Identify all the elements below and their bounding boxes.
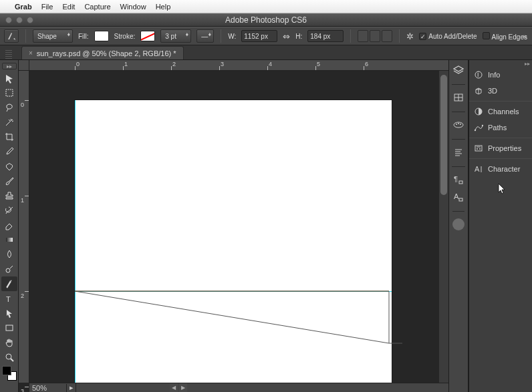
svg-text:i: i bbox=[477, 70, 479, 78]
channels-panel[interactable]: Channels bbox=[469, 104, 532, 120]
magic-wand-tool[interactable] bbox=[1, 115, 17, 130]
path-arrange-button[interactable] bbox=[382, 30, 392, 42]
crop-tool[interactable] bbox=[1, 130, 17, 144]
window-title: Adobe Photoshop CS6 bbox=[0, 15, 532, 25]
tool-preset-picker[interactable] bbox=[4, 29, 19, 43]
ruler-tick bbox=[219, 60, 220, 70]
adjustments-icon[interactable] bbox=[452, 91, 465, 104]
character-styles-icon[interactable]: A bbox=[452, 191, 465, 203]
menu-file[interactable]: File bbox=[41, 3, 53, 11]
menu-capture[interactable]: Capture bbox=[84, 3, 110, 11]
hand-tool[interactable] bbox=[1, 335, 17, 350]
clone-stamp-tool[interactable] bbox=[1, 188, 17, 203]
menu-window[interactable]: Window bbox=[120, 3, 146, 11]
horizontal-ruler[interactable] bbox=[29, 60, 448, 71]
menu-edit[interactable]: Edit bbox=[62, 3, 75, 11]
panel-label: 3D bbox=[488, 87, 497, 95]
document-viewport[interactable] bbox=[29, 71, 448, 383]
hscroll-right-arrow-icon[interactable]: ▶ bbox=[179, 383, 187, 392]
link-dimensions-icon[interactable]: ⇔ bbox=[283, 31, 290, 41]
app-menu[interactable]: Grab bbox=[15, 3, 32, 11]
svg-rect-22 bbox=[459, 198, 462, 201]
brush-tool[interactable] bbox=[1, 174, 17, 188]
status-menu-icon[interactable]: ▸ bbox=[67, 383, 76, 392]
path-align-button[interactable] bbox=[370, 30, 380, 42]
tools-collapse-icon[interactable]: ▸▸ bbox=[2, 63, 17, 69]
svg-rect-1 bbox=[6, 238, 13, 242]
move-tool[interactable] bbox=[1, 71, 17, 85]
color-icon[interactable] bbox=[452, 218, 464, 230]
options-overflow-icon[interactable]: » bbox=[521, 29, 528, 43]
options-bar: Shape Fill: Stroke: 3 pt — W: ⇔ H: ✲ ✓Au… bbox=[0, 27, 532, 45]
dodge-tool[interactable] bbox=[1, 262, 17, 276]
stroke-width-input[interactable]: 3 pt bbox=[160, 29, 191, 43]
lasso-tool[interactable] bbox=[1, 100, 17, 115]
foreground-color-swatch[interactable] bbox=[2, 366, 11, 375]
collapsed-panel-dock: ¶ A bbox=[448, 60, 469, 392]
svg-line-3 bbox=[10, 266, 13, 268]
marquee-tool[interactable] bbox=[1, 85, 17, 100]
3d-panel[interactable]: 3D bbox=[469, 83, 532, 99]
document-tab[interactable]: × sun_rays.psd @ 50% (Shape 2, RGB/16) * bbox=[21, 46, 184, 59]
blur-tool[interactable] bbox=[1, 247, 17, 262]
type-tool[interactable]: T bbox=[1, 291, 17, 306]
properties-panel[interactable]: Properties bbox=[469, 140, 532, 156]
svg-point-27 bbox=[482, 125, 483, 126]
panel-label: Channels bbox=[488, 108, 519, 116]
eyedropper-tool[interactable] bbox=[1, 144, 17, 159]
ruler-origin[interactable] bbox=[19, 60, 29, 71]
zoom-tool[interactable] bbox=[1, 350, 17, 365]
svg-text:A: A bbox=[454, 192, 459, 200]
panel-label: Character bbox=[488, 165, 520, 173]
document-tab-bar: × sun_rays.psd @ 50% (Shape 2, RGB/16) * bbox=[0, 45, 532, 60]
close-tab-icon[interactable]: × bbox=[29, 49, 33, 57]
healing-brush-tool[interactable] bbox=[1, 159, 17, 174]
svg-rect-0 bbox=[6, 89, 13, 96]
panel-divider bbox=[469, 138, 532, 138]
vertical-scrollbar-thumb[interactable] bbox=[440, 75, 447, 195]
hscroll-left-arrow-icon[interactable]: ◀ bbox=[170, 383, 178, 392]
info-panel[interactable]: iInfo bbox=[469, 67, 532, 83]
character-panel[interactable]: ACharacter bbox=[469, 161, 532, 177]
history-brush-tool[interactable] bbox=[1, 203, 17, 218]
gear-icon[interactable]: ✲ bbox=[406, 31, 414, 41]
paragraph-styles-icon[interactable]: ¶ bbox=[452, 174, 465, 186]
shape-width-input[interactable] bbox=[241, 30, 277, 42]
swatches-icon[interactable] bbox=[452, 119, 465, 131]
svg-point-12 bbox=[456, 124, 457, 125]
shape-height-input[interactable] bbox=[307, 30, 344, 42]
path-operations[interactable] bbox=[358, 30, 392, 42]
vertical-scrollbar[interactable] bbox=[439, 71, 448, 383]
ruler-tick bbox=[123, 60, 124, 70]
svg-rect-20 bbox=[459, 181, 462, 184]
panel-label: Info bbox=[488, 71, 500, 79]
stroke-options-dropdown[interactable]: — bbox=[196, 29, 214, 43]
vector-shape-path[interactable] bbox=[75, 290, 392, 357]
width-label: W: bbox=[228, 33, 236, 40]
align-edges-checkbox[interactable]: Align Edges bbox=[483, 32, 527, 41]
ruler-tick bbox=[75, 60, 76, 70]
path-op-button[interactable] bbox=[358, 30, 368, 42]
rectangle-tool[interactable] bbox=[1, 321, 17, 335]
fill-swatch[interactable] bbox=[94, 31, 109, 41]
gradient-tool[interactable] bbox=[1, 232, 17, 247]
eraser-tool[interactable] bbox=[1, 218, 17, 232]
document-canvas[interactable] bbox=[75, 100, 392, 383]
paths-panel[interactable]: Paths bbox=[469, 120, 532, 136]
stroke-swatch[interactable] bbox=[140, 31, 155, 41]
auto-add-delete-checkbox[interactable]: ✓Auto Add/Delete bbox=[419, 32, 477, 41]
fg-bg-color-swatch[interactable] bbox=[2, 366, 17, 381]
panel-collapse-icon[interactable]: ▸▸ bbox=[469, 60, 532, 67]
vertical-ruler[interactable] bbox=[19, 71, 29, 383]
horizontal-scrollbar[interactable]: ◀ ▶ bbox=[76, 383, 448, 392]
tool-mode-dropdown[interactable]: Shape bbox=[33, 29, 73, 43]
zoom-level[interactable]: 50% bbox=[29, 384, 67, 392]
ruler-tick bbox=[171, 60, 172, 70]
pen-tool[interactable] bbox=[1, 276, 17, 291]
paragraph-icon[interactable] bbox=[452, 146, 465, 158]
menu-help[interactable]: Help bbox=[156, 3, 171, 11]
path-selection-tool[interactable] bbox=[1, 306, 17, 321]
right-panel-dock: ▸▸ iInfo3DChannelsPathsPropertiesACharac… bbox=[469, 60, 532, 392]
layers-icon[interactable] bbox=[452, 64, 465, 76]
window-titlebar: Adobe Photoshop CS6 bbox=[0, 13, 532, 27]
